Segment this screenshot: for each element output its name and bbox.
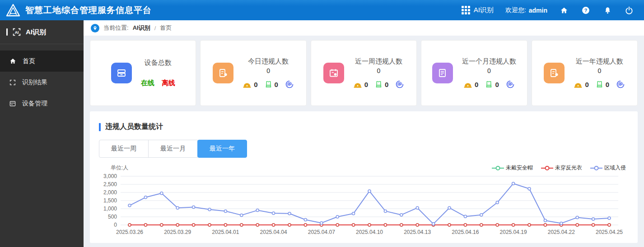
- ai-scan-icon: AI: [12, 27, 22, 37]
- card-value: 0: [597, 67, 601, 74]
- vest-icon: [375, 80, 383, 88]
- svg-text:2,500: 2,500: [103, 181, 117, 188]
- svg-text:?: ?: [584, 7, 588, 13]
- device-icon: [9, 100, 16, 107]
- helmet-count: 0: [585, 81, 588, 88]
- help-icon[interactable]: ?: [581, 5, 591, 15]
- card-title: 近一个月违规人数: [462, 57, 516, 66]
- helmet-icon: [353, 81, 362, 88]
- helmet-icon: [243, 81, 252, 88]
- tab-last-month[interactable]: 最近一月: [148, 140, 198, 158]
- location-pin-icon: [91, 24, 99, 32]
- svg-text:1,500: 1,500: [103, 197, 117, 204]
- month-violations-icon: [432, 63, 453, 83]
- vest-count: 0: [606, 81, 609, 88]
- intrusion-spiral-icon: [616, 80, 625, 89]
- platform-logo-icon: [5, 4, 21, 17]
- violation-type-counts: 0 0: [353, 80, 405, 89]
- svg-text:2025.04.04: 2025.04.04: [260, 229, 287, 235]
- breadcrumb-current[interactable]: 首页: [160, 24, 172, 32]
- year-violations-icon: [544, 63, 565, 83]
- card-value: 0: [487, 67, 491, 74]
- card-title: 近一年违规人数: [576, 57, 623, 66]
- device-status-row: 在线 离线: [141, 79, 175, 87]
- violation-type-counts: 0 0: [574, 80, 625, 89]
- intrusion-spiral-icon: [395, 80, 404, 89]
- violation-type-counts: 0 0: [463, 80, 515, 89]
- intrusion-spiral-icon: [506, 80, 515, 89]
- welcome-label: 欢迎您:: [505, 6, 526, 14]
- week-violations-icon: [323, 63, 344, 83]
- svg-text:2025.04.16: 2025.04.16: [452, 229, 479, 235]
- tab-last-year[interactable]: 最近一年: [197, 140, 247, 158]
- card-week-violations: 近一周违规人数 0 0 0: [311, 40, 417, 106]
- stat-cards-row: 设备总数 在线 离线 今日违规人数 0 0: [84, 36, 644, 106]
- violation-stats-panel: 违规人员数量统计 最近一周 最近一月 最近一年 单位:人 未戴安全帽未穿反光衣区…: [90, 111, 638, 243]
- legend-item-0[interactable]: 未戴安全帽: [492, 164, 533, 172]
- sidebar-item-home[interactable]: 首页: [0, 50, 84, 72]
- legend-item-1[interactable]: 未穿反光衣: [541, 164, 582, 172]
- svg-text:2025.04.19: 2025.04.19: [500, 229, 527, 235]
- violation-type-counts: 0 0: [243, 80, 294, 89]
- welcome-text: 欢迎您: admin: [505, 6, 547, 14]
- notifications-bell-icon[interactable]: [602, 5, 612, 15]
- chart-unit-label: 单位:人: [111, 164, 128, 172]
- vest-count: 0: [275, 81, 278, 88]
- nav-ai-recognition[interactable]: AI识别: [462, 6, 494, 14]
- today-violations-icon: [213, 63, 233, 83]
- violation-line-chart[interactable]: 05001,0001,5002,0002,5003,0002025.03.262…: [99, 172, 629, 239]
- apps-grid-icon: [462, 6, 470, 14]
- breadcrumb-separator: /: [154, 25, 156, 32]
- vest-icon: [596, 80, 603, 88]
- vest-count: 0: [495, 81, 499, 88]
- vest-count: 0: [385, 81, 388, 88]
- svg-text:2025.04.01: 2025.04.01: [212, 229, 239, 235]
- breadcrumb: 当前位置: AI识别 / 首页: [84, 20, 644, 36]
- sidebar-item-recognition-results[interactable]: 识别结果: [0, 72, 84, 93]
- svg-text:2025.03.29: 2025.03.29: [164, 229, 191, 235]
- svg-text:2025.03.26: 2025.03.26: [116, 229, 143, 235]
- svg-text:2025.04.25: 2025.04.25: [596, 229, 623, 235]
- svg-text:2,000: 2,000: [103, 189, 117, 196]
- online-label: 在线: [141, 79, 154, 87]
- main-content: 当前位置: AI识别 / 首页 设备总数 在线 离线: [84, 20, 644, 247]
- card-value: 0: [266, 67, 270, 74]
- sidebar-item-device-management[interactable]: 设备管理: [0, 93, 84, 114]
- offline-label: 离线: [162, 79, 175, 87]
- sidebar-item-label: 首页: [23, 57, 35, 65]
- username[interactable]: admin: [529, 7, 547, 14]
- time-range-tabs: 最近一周 最近一月 最近一年: [99, 140, 247, 158]
- svg-text:2025.04.13: 2025.04.13: [404, 229, 431, 235]
- card-month-violations: 近一个月违规人数 0 0 0: [421, 40, 527, 106]
- section-title-text: 违规人员数量统计: [105, 122, 163, 132]
- helmet-icon: [463, 81, 472, 88]
- svg-text:0: 0: [114, 222, 117, 228]
- svg-text:3,000: 3,000: [103, 173, 117, 179]
- sidebar: AI AI识别 首页 识别结果 设备管理: [0, 20, 84, 247]
- section-title: 违规人员数量统计: [99, 122, 629, 132]
- vest-icon: [265, 80, 272, 88]
- legend-item-2[interactable]: 区域入侵: [590, 164, 626, 172]
- intrusion-spiral-icon: [285, 80, 294, 89]
- sidebar-app-title: AI识别: [26, 28, 46, 37]
- page-title: 智慧工地综合管理服务信息平台: [25, 5, 152, 16]
- breadcrumb-root[interactable]: AI识别: [133, 24, 150, 32]
- svg-text:AI: AI: [15, 30, 19, 35]
- home-icon[interactable]: [559, 5, 569, 15]
- card-value: 0: [377, 67, 381, 74]
- tab-last-week[interactable]: 最近一周: [99, 140, 149, 158]
- card-device-total: 设备总数 在线 离线: [90, 40, 196, 106]
- svg-text:500: 500: [108, 214, 117, 220]
- collapse-bar-icon: [6, 28, 8, 36]
- helmet-count: 0: [364, 81, 368, 88]
- helmet-icon: [574, 81, 583, 88]
- logout-power-icon[interactable]: [624, 5, 634, 15]
- sidebar-app-header: AI AI识别: [0, 20, 84, 44]
- card-title: 今日违规人数: [248, 57, 289, 66]
- device-total-icon: [111, 63, 132, 83]
- home-icon: [9, 57, 17, 65]
- helmet-count: 0: [475, 81, 478, 88]
- breadcrumb-prefix: 当前位置:: [103, 24, 129, 32]
- svg-text:2025.04.22: 2025.04.22: [548, 229, 575, 235]
- scan-brackets-icon: [9, 79, 16, 86]
